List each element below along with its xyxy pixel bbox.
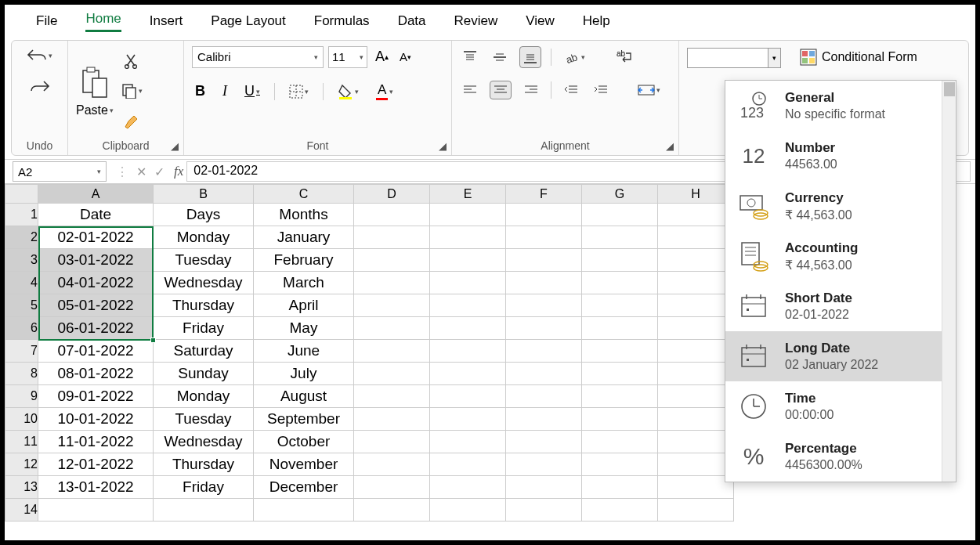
dropdown-scrollbar[interactable] <box>942 81 956 482</box>
cell[interactable]: 12-01-2022 <box>38 453 154 476</box>
cell[interactable] <box>354 226 430 249</box>
cell[interactable] <box>430 431 506 453</box>
cell[interactable]: Days <box>154 204 254 226</box>
cell[interactable] <box>582 363 658 385</box>
cell[interactable] <box>506 226 582 249</box>
cell[interactable] <box>582 249 658 272</box>
menu-data[interactable]: Data <box>398 13 426 32</box>
cell[interactable] <box>254 499 354 522</box>
cell[interactable] <box>658 317 734 340</box>
col-header-d[interactable]: D <box>354 185 430 204</box>
row-header[interactable]: 12 <box>5 453 38 476</box>
cell[interactable] <box>430 499 506 522</box>
cell[interactable] <box>354 453 430 476</box>
cell[interactable] <box>354 385 430 408</box>
number-format-option-longdate[interactable]: Long Date02 January 2022 <box>725 331 956 381</box>
cell[interactable] <box>430 249 506 272</box>
cell[interactable]: 03-01-2022 <box>38 249 154 272</box>
cancel-formula-button[interactable]: ✕ <box>136 164 146 179</box>
cell[interactable] <box>354 272 430 294</box>
col-header-g[interactable]: G <box>582 185 658 204</box>
paste-button[interactable]: Paste▾ <box>76 66 114 117</box>
col-header-f[interactable]: F <box>506 185 582 204</box>
align-bottom-button[interactable] <box>519 46 541 68</box>
cell[interactable] <box>354 431 430 453</box>
row-header[interactable]: 14 <box>5 499 38 522</box>
row-header[interactable]: 4 <box>5 272 38 294</box>
copy-button[interactable]: ▾ <box>118 80 146 102</box>
cell[interactable] <box>354 340 430 363</box>
cell[interactable] <box>506 408 582 431</box>
menu-insert[interactable]: Insert <box>150 13 183 32</box>
cell[interactable] <box>582 204 658 226</box>
cell[interactable]: Tuesday <box>154 249 254 272</box>
number-format-option-shortdate[interactable]: Short Date02-01-2022 <box>725 281 956 331</box>
dialog-launcher-icon[interactable]: ◢ <box>439 140 447 152</box>
cell[interactable]: Monday <box>154 385 254 408</box>
cell[interactable] <box>354 317 430 340</box>
cell[interactable] <box>582 453 658 476</box>
number-format-option-general[interactable]: 123GeneralNo specific format <box>725 81 956 131</box>
cell[interactable]: Thursday <box>154 453 254 476</box>
cell[interactable]: April <box>254 294 354 317</box>
cell[interactable] <box>582 226 658 249</box>
row-header[interactable]: 6 <box>5 317 38 340</box>
cell[interactable]: 13-01-2022 <box>38 476 154 499</box>
cell[interactable]: Thursday <box>154 294 254 317</box>
col-header-a[interactable]: A <box>38 185 154 204</box>
cell[interactable]: October <box>254 431 354 453</box>
fill-color-button[interactable]: ▾ <box>335 81 362 103</box>
col-header-h[interactable]: H <box>658 185 734 204</box>
cell[interactable]: Friday <box>154 317 254 340</box>
cell[interactable] <box>430 204 506 226</box>
col-header-b[interactable]: B <box>154 185 254 204</box>
cell[interactable] <box>430 294 506 317</box>
number-format-option-time[interactable]: Time00:00:00 <box>725 381 956 431</box>
row-header[interactable]: 7 <box>5 340 38 363</box>
cell[interactable] <box>658 453 734 476</box>
cell[interactable] <box>506 249 582 272</box>
row-header[interactable]: 1 <box>5 204 38 226</box>
cell[interactable] <box>582 272 658 294</box>
increase-font-button[interactable]: A▴ <box>372 45 392 68</box>
row-header[interactable]: 5 <box>5 294 38 317</box>
cell[interactable]: 08-01-2022 <box>38 363 154 385</box>
number-format-option-currency[interactable]: Currency₹ 44,563.00 <box>725 181 956 231</box>
cell[interactable] <box>506 499 582 522</box>
cell[interactable] <box>582 499 658 522</box>
cell[interactable]: December <box>254 476 354 499</box>
row-header[interactable]: 13 <box>5 476 38 499</box>
cell[interactable] <box>658 204 734 226</box>
menu-page-layout[interactable]: Page Layout <box>211 13 285 32</box>
menu-home[interactable]: Home <box>85 11 121 32</box>
cell[interactable] <box>582 476 658 499</box>
cell[interactable]: Saturday <box>154 340 254 363</box>
row-header[interactable]: 8 <box>5 363 38 385</box>
cell[interactable] <box>506 476 582 499</box>
cell[interactable]: Date <box>38 204 154 226</box>
orientation-button[interactable]: ab▾ <box>561 46 588 68</box>
cell[interactable]: May <box>254 317 354 340</box>
cell[interactable] <box>506 431 582 453</box>
cell[interactable] <box>430 453 506 476</box>
cut-button[interactable] <box>121 50 143 72</box>
cell[interactable] <box>582 385 658 408</box>
decrease-font-button[interactable]: A▾ <box>396 47 414 67</box>
number-format-option-accounting[interactable]: Accounting₹ 44,563.00 <box>725 231 956 281</box>
cell[interactable] <box>658 294 734 317</box>
cell[interactable] <box>354 476 430 499</box>
cell[interactable]: Wednesday <box>154 431 254 453</box>
cell[interactable]: January <box>254 226 354 249</box>
conditional-formatting-button[interactable]: Conditional Form <box>822 50 917 64</box>
cell[interactable]: Sunday <box>154 363 254 385</box>
cell[interactable] <box>582 317 658 340</box>
underline-button[interactable]: U▾ <box>241 80 263 103</box>
row-header[interactable]: 2 <box>5 226 38 249</box>
cell[interactable] <box>430 363 506 385</box>
cell[interactable]: 02-01-2022 <box>38 226 154 249</box>
cell[interactable] <box>354 363 430 385</box>
menu-help[interactable]: Help <box>583 13 610 32</box>
cell[interactable] <box>430 408 506 431</box>
borders-button[interactable]: ▾ <box>286 81 312 102</box>
cell[interactable] <box>658 431 734 453</box>
